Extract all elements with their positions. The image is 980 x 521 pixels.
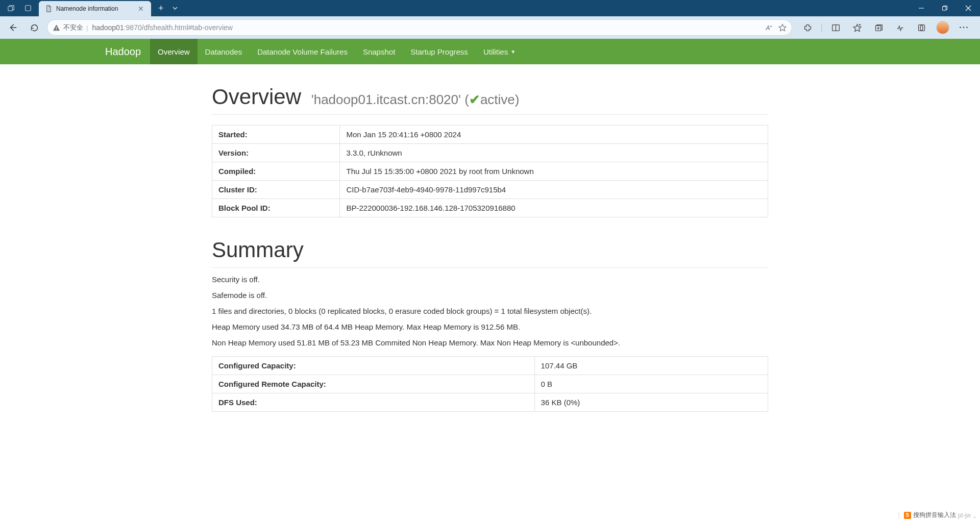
overview-status: active [480,92,515,107]
site-security[interactable]: 不安全 | [53,23,88,32]
overview-heading: Overview 'hadoop01.itcast.cn:8020' (✔act… [212,85,768,115]
table-row: Version:3.3.0, rUnknown [212,144,768,162]
svg-rect-15 [918,24,924,31]
split-screen-icon[interactable] [827,19,844,36]
nav-startup-progress[interactable]: Startup Progress [403,39,476,64]
summary-table: Configured Capacity:107.44 GB Configured… [212,356,768,412]
summary-line: Non Heap Memory used 51.81 MB of 53.23 M… [212,338,768,347]
nav-snapshot[interactable]: Snapshot [355,39,403,64]
browser-titlebar: Namenode information ✕ + [0,0,980,16]
table-row: Cluster ID:CID-b7ae703f-4eb9-4940-9978-1… [212,181,768,199]
ime-label: 搜狗拼音输入法 [913,511,956,519]
nav-datanodes[interactable]: Datanodes [198,39,250,64]
ime-indicator: ⋮ S 搜狗拼音输入法pt-jw ⌟ [894,510,978,520]
table-row: Configured Capacity:107.44 GB [212,357,768,375]
svg-rect-3 [943,7,946,10]
security-label: 不安全 [63,23,83,32]
nav-volume-failures[interactable]: Datanode Volume Failures [250,39,355,64]
summary-line: Security is off. [212,275,768,284]
svg-rect-7 [56,29,57,30]
table-row: Compiled:Thu Jul 15 15:35:00 +0800 2021 … [212,162,768,181]
table-row: DFS Used:36 KB (0%) [212,393,768,412]
summary-line: Safemode is off. [212,291,768,300]
sogou-icon: S [904,512,911,519]
table-row: Started:Mon Jan 15 20:41:16 +0800 2024 [212,126,768,144]
nav-overview[interactable]: Overview [150,39,198,64]
close-tab-icon[interactable]: ✕ [136,4,146,14]
profile-avatar[interactable] [934,19,951,36]
svg-rect-1 [26,6,31,11]
collections-icon[interactable] [870,19,887,36]
summary-text: Security is off. Safemode is off. 1 file… [212,275,768,347]
extensions-icon[interactable] [799,19,817,36]
hadoop-navbar: Hadoop Overview Datanodes Datanode Volum… [0,39,980,64]
page-viewport[interactable]: Hadoop Overview Datanodes Datanode Volum… [0,39,980,521]
table-row: Block Pool ID:BP-222000036-192.168.146.1… [212,199,768,217]
address-bar[interactable]: 不安全 | hadoop01:9870/dfshealth.html#tab-o… [47,19,792,36]
performance-icon[interactable] [891,19,909,36]
caret-down-icon: ▼ [510,49,516,55]
summary-line: Heap Memory used 34.73 MB of 64.4 MB Hea… [212,322,768,331]
back-button[interactable] [4,19,21,36]
summary-heading: Summary [212,238,768,268]
new-tab-button[interactable]: + [155,3,167,14]
window-maximize[interactable] [933,0,957,16]
browser-toolbar: 不安全 | hadoop01:9870/dfshealth.html#tab-o… [0,16,980,39]
page-icon [45,5,52,12]
workspace-icon[interactable] [20,0,36,16]
nav-utilities-label: Utilities [483,47,508,56]
svg-rect-6 [56,27,57,29]
browser-tab[interactable]: Namenode information ✕ [39,1,151,16]
nav-utilities[interactable]: Utilities ▼ [476,39,523,64]
browser-essentials-icon[interactable] [913,19,930,36]
window-close[interactable] [957,0,980,16]
brand-logo[interactable]: Hadoop [96,39,150,64]
url-text: hadoop01:9870/dfshealth.html#tab-overvie… [92,23,762,32]
table-row: Configured Remote Capacity:0 B [212,375,768,393]
svg-rect-0 [8,6,12,10]
read-aloud-icon[interactable]: A» [766,24,772,32]
overview-host: 'hadoop01.itcast.cn:8020' [311,92,461,107]
check-icon: ✔ [469,92,480,107]
tab-title: Namenode information [56,5,132,12]
more-menu-icon[interactable]: ··· [955,19,973,36]
window-minimize[interactable] [910,0,933,16]
tab-actions-icon[interactable] [3,0,18,16]
overview-table: Started:Mon Jan 15 20:41:16 +0800 2024 V… [212,125,768,217]
favorite-icon[interactable] [778,23,787,32]
favorites-icon[interactable] [848,19,866,36]
refresh-button[interactable] [26,19,43,36]
warning-icon [53,24,60,32]
chevron-down-icon[interactable] [172,5,178,11]
summary-line: 1 files and directories, 0 blocks (0 rep… [212,307,768,315]
